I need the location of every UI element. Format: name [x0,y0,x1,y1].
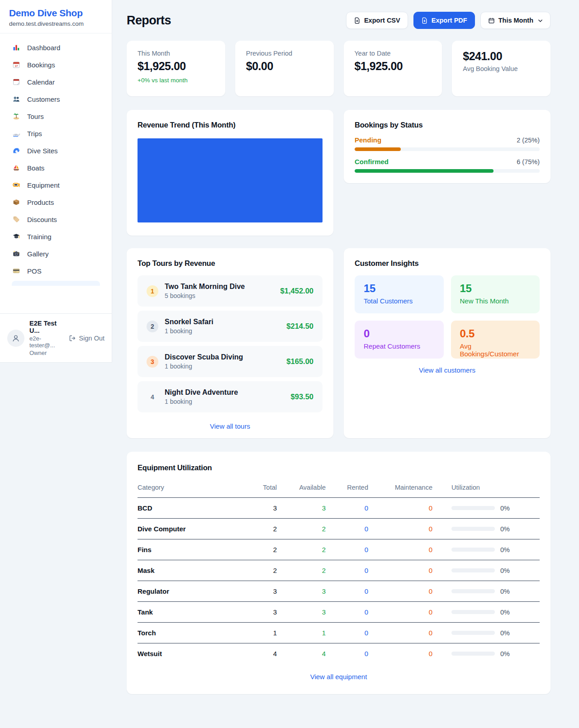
cell-available: 2 [277,519,326,539]
calendar-date-icon: 17 [12,60,21,69]
sidebar: Demo Dive Shop demo.test.divestreams.com… [0,0,112,363]
status-bar-fill [355,169,494,173]
sidebar-item-label: Dashboard [27,44,60,52]
sidebar-item-label: Bookings [27,61,55,69]
sidebar-item-customers[interactable]: Customers [6,90,105,108]
tour-row[interactable]: 3 Discover Scuba Diving 1 booking $165.0… [138,346,323,377]
tour-row[interactable]: 4 Night Dive Adventure 1 booking $93.50 [138,381,323,412]
status-count: 2 (25%) [517,137,540,144]
cell-total: 2 [244,519,277,539]
tour-row[interactable]: 1 Two Tank Morning Dive 5 bookings $1,45… [138,275,323,307]
stat-label: Avg Booking Value [463,65,540,72]
cell-category: BCD [138,498,244,519]
speedboat-icon [12,129,21,138]
export-csv-label: Export CSV [364,17,400,24]
customer-insights-card: Customer Insights 15 Total Customers 15 … [344,248,551,438]
lists-row: Top Tours by Revenue 1 Two Tank Morning … [127,248,551,438]
utilization-text: 0% [500,505,510,512]
utilization-cell: 0% [432,650,540,657]
sidebar-header: Demo Dive Shop demo.test.divestreams.com [0,0,112,33]
period-dropdown[interactable]: This Month [480,12,551,29]
utilization-cell: 0% [432,609,540,616]
user-info: E2E Test U... e2e-tester@... Owner [29,320,64,356]
page-header: Reports Export CSV Export PDF This Month [127,12,551,29]
view-all-tours-link[interactable]: View all tours [138,422,323,430]
tile-value: 15 [364,282,435,295]
customer-insights-title: Customer Insights [355,259,540,268]
top-tours-card: Top Tours by Revenue 1 Two Tank Morning … [127,248,333,438]
view-all-equipment-link[interactable]: View all equipment [138,673,540,681]
sidebar-item-equipment[interactable]: Equipment [6,176,105,194]
sidebar-item-dashboard[interactable]: Dashboard [6,39,105,56]
cell-available: 1 [277,623,326,643]
equipment-utilization-title: Equipment Utilization [138,463,540,472]
tour-row[interactable]: 2 Snorkel Safari 1 booking $214.50 [138,311,323,342]
sidebar-item-calendar[interactable]: Calendar [6,73,105,90]
table-row: Tank 3 3 0 0 0% [138,602,540,623]
stat-value: $1,925.00 [138,60,214,73]
sidebar-item-reports-active-partial[interactable] [12,281,100,286]
sidebar-item-trips[interactable]: Trips [6,125,105,142]
svg-text:17: 17 [15,65,18,67]
export-csv-button[interactable]: Export CSV [346,12,408,29]
col-rented: Rented [326,478,368,498]
sidebar-item-products[interactable]: Products [6,194,105,211]
status-bar-track [355,147,540,151]
equipment-table: Category Total Available Rented Maintena… [138,478,540,664]
sidebar-item-gallery[interactable]: Gallery [6,245,105,262]
sidebar-item-tours[interactable]: Tours [6,108,105,125]
cell-category: Dive Computer [138,519,244,539]
sidebar-item-boats[interactable]: Boats [6,159,105,176]
utilization-cell: 0% [432,546,540,553]
col-category: Category [138,478,244,498]
col-maintenance: Maintenance [368,478,432,498]
cell-maintenance: 0 [368,581,432,602]
view-all-customers-link[interactable]: View all customers [355,366,540,374]
cell-maintenance: 0 [368,539,432,560]
sidebar-item-discounts[interactable]: Discounts [6,211,105,228]
cell-rented: 0 [326,519,368,539]
file-download-icon [421,17,428,24]
tour-name: Discover Scuba Diving [165,353,280,361]
utilization-text: 0% [500,546,510,553]
tile-label: New This Month [460,297,531,305]
export-pdf-button[interactable]: Export PDF [413,12,475,29]
cell-total: 4 [244,643,277,664]
sidebar-item-label: Gallery [27,250,49,258]
rank-badge: 1 [147,285,158,297]
status-label: Pending [355,136,381,144]
user-role: Owner [29,350,64,356]
utilization-cell: 0% [432,525,540,533]
sidebar-item-training[interactable]: Training [6,228,105,245]
tour-bookings: 1 booking [165,363,280,370]
table-header-row: Category Total Available Rented Maintena… [138,478,540,498]
sidebar-item-dive-sites[interactable]: Dive Sites [6,142,105,159]
sailboat-icon [12,163,21,172]
wave-icon [12,146,21,155]
utilization-cell: 0% [432,629,540,637]
bookings-by-status-card: Bookings by Status Pending 2 (25%) Confi… [344,110,551,183]
sidebar-item-pos[interactable]: POS [6,262,105,279]
table-row: Wetsuit 4 4 0 0 0% [138,643,540,664]
tour-revenue: $1,452.00 [280,287,313,295]
person-icon [11,333,21,343]
cell-total: 3 [244,498,277,519]
cell-rented: 0 [326,602,368,623]
sidebar-item-label: Customers [27,95,60,103]
cell-category: Mask [138,560,244,581]
col-utilization: Utilization [432,478,540,498]
tour-revenue: $93.50 [291,392,313,401]
sidebar-item-bookings[interactable]: 17 Bookings [6,56,105,73]
top-tours-title: Top Tours by Revenue [138,259,323,268]
sign-out-button[interactable]: Sign Out [69,335,104,342]
bar-chart-icon [12,43,21,52]
shop-name: Demo Dive Shop [9,8,103,19]
tile-value: 15 [460,282,531,295]
credit-card-icon [12,266,21,275]
sidebar-item-label: Boats [27,164,44,172]
tour-name: Night Dive Adventure [165,388,285,397]
utilization-text: 0% [500,525,510,533]
table-row: BCD 3 3 0 0 0% [138,498,540,519]
page-title: Reports [127,14,171,28]
island-icon [12,112,21,121]
